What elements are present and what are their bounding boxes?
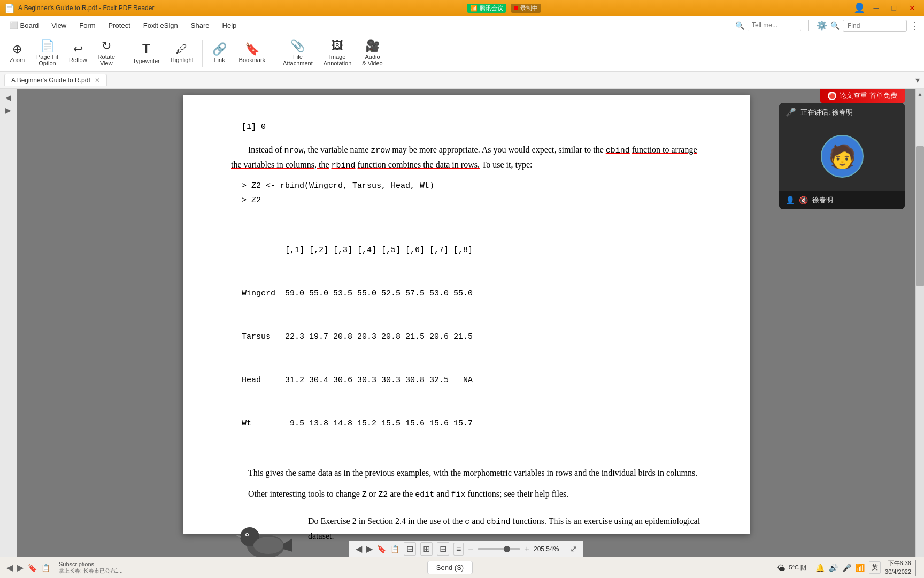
- prev-page-button[interactable]: ◀: [356, 544, 362, 554]
- app-title: A Beginner's Guide to R.pdf - Foxit PDF …: [18, 4, 154, 12]
- toolbar-typewriter[interactable]: T Typewriter: [128, 40, 164, 66]
- tab-dropdown-button[interactable]: ▾: [915, 75, 920, 85]
- menu-view[interactable]: View: [46, 19, 72, 32]
- ad-banner[interactable]: 🔴 论文查重 首单免费: [820, 89, 905, 103]
- view-double-button[interactable]: ⊞: [420, 542, 433, 556]
- file-attachment-icon: 📎: [290, 40, 305, 52]
- close-button[interactable]: ✕: [905, 3, 920, 13]
- temperature-label: 5°C 阴: [789, 564, 807, 572]
- menu-help[interactable]: Help: [217, 19, 242, 32]
- menu-form[interactable]: Form: [74, 19, 101, 32]
- menu-protect[interactable]: Protect: [103, 19, 136, 32]
- settings-icon[interactable]: ⚙️: [817, 20, 827, 31]
- mic-taskbar-icon[interactable]: 🎤: [842, 564, 851, 572]
- zoom-value: 205.54%: [534, 545, 566, 553]
- toolbar-zoom[interactable]: ⊕ Zoom: [4, 41, 30, 65]
- scroll-thumb[interactable]: [916, 146, 924, 287]
- more-options-icon[interactable]: ⋮: [910, 20, 920, 32]
- tell-me-input[interactable]: [748, 20, 801, 31]
- nav-prev-icon[interactable]: ◀: [5, 93, 11, 102]
- scroll-track[interactable]: [916, 99, 924, 568]
- video-body: 🧑: [779, 121, 905, 191]
- code-c: c: [465, 518, 469, 527]
- image-annotation-icon: 🖼: [332, 40, 343, 52]
- expand-button[interactable]: ⤢: [570, 544, 577, 554]
- sep: [808, 20, 809, 31]
- taskbar-prev-icon[interactable]: ◀: [6, 562, 13, 573]
- typewriter-label: Typewriter: [133, 58, 160, 64]
- document-tab[interactable]: A Beginner's Guide to R.pdf ✕: [4, 74, 107, 86]
- toolbar-rotate[interactable]: ↻ RotateView: [94, 38, 119, 69]
- tab-close-button[interactable]: ✕: [95, 77, 100, 84]
- zoom-controls: ⊟ ⊞ ⊟ ≡ − + 205.54% ⤢: [404, 542, 577, 556]
- next-page-button[interactable]: ▶: [366, 544, 373, 554]
- taskbar-bookmark-icon[interactable]: 🔖: [28, 564, 37, 572]
- bookmark-nav-button[interactable]: 🔖: [377, 545, 386, 553]
- menu-share[interactable]: Share: [186, 19, 215, 32]
- notification-bell[interactable]: 🔔: [815, 564, 825, 572]
- svg-marker-6: [283, 538, 292, 552]
- pages-panel-button[interactable]: 📋: [390, 545, 399, 553]
- taskbar-next-icon[interactable]: ▶: [17, 562, 24, 573]
- svg-point-5: [253, 537, 283, 554]
- network-icon[interactable]: 📶: [856, 564, 865, 572]
- show-desktop-button[interactable]: [915, 560, 918, 576]
- nav-next-icon[interactable]: ▶: [5, 106, 11, 115]
- pdf-area: 🔴 论文查重 首单免费 🎤 正在讲话: 徐春明 🧑 👤 🔇 徐春明: [17, 89, 915, 578]
- app-icon: 📄: [4, 3, 15, 13]
- toolbar-link[interactable]: 🔗 Link: [207, 41, 233, 65]
- view-grid-button[interactable]: ⊟: [437, 542, 449, 556]
- volume-icon[interactable]: 🔊: [829, 564, 838, 572]
- data-table: [,1] [,2] [,3] [,4] [,5] [,6] [,7] [,8] …: [242, 214, 702, 460]
- para2: This gives the same data as in the previ…: [231, 466, 702, 480]
- tencent-badge: 📶 腾讯会议: [467, 4, 506, 13]
- zoom-out-button[interactable]: −: [468, 544, 473, 554]
- para3: Other interesting tools to change Z or Z…: [231, 487, 702, 502]
- user-icon[interactable]: 👤: [853, 2, 865, 14]
- toolbar-bookmark[interactable]: 🔖 Bookmark: [235, 41, 270, 65]
- view-scroll-button[interactable]: ≡: [453, 543, 464, 556]
- signal-icon: 📶: [470, 5, 478, 12]
- avatar: 🧑: [821, 135, 864, 178]
- menu-board[interactable]: ⬜ Board: [4, 19, 44, 32]
- highlight-icon: 🖊: [176, 43, 188, 55]
- toolbar-highlight[interactable]: 🖊 Highlight: [166, 41, 198, 65]
- rotate-label: RotateView: [98, 54, 115, 66]
- zoom-slider[interactable]: [478, 548, 520, 550]
- pdf-page: [1] 0 Instead of nrow, the variable name…: [183, 95, 750, 534]
- toolbar-reflow[interactable]: ↩ Reflow: [65, 41, 91, 65]
- participant-name: 徐春明: [812, 195, 833, 205]
- maximize-button[interactable]: □: [888, 3, 900, 13]
- speaking-label: 正在讲话: 徐春明: [800, 108, 853, 117]
- zoom-icon: ⊕: [12, 43, 22, 55]
- toolbar-image-annotation[interactable]: 🖼 ImageAnnotation: [319, 38, 356, 69]
- find-search-icon: 🔍: [830, 21, 840, 30]
- minimize-button[interactable]: ─: [869, 3, 883, 13]
- record-label: 录制中: [520, 4, 538, 12]
- date-label: 30/4/2022: [885, 568, 911, 576]
- ad-text: 论文查重 首单免费: [840, 91, 897, 101]
- code-line0: [1] 0: [242, 121, 702, 134]
- menu-foxiteSign[interactable]: Foxit eSign: [138, 19, 183, 32]
- toolbar-audio-video[interactable]: 🎥 Audio& Video: [358, 38, 387, 69]
- underline-combines: function combines the data in rows.: [358, 160, 480, 169]
- titlebar-right[interactable]: 👤 ─ □ ✕: [853, 2, 920, 14]
- rotate-icon: ↻: [102, 40, 111, 52]
- reflow-label: Reflow: [69, 57, 87, 63]
- send-button[interactable]: Send (S): [427, 561, 473, 574]
- ad-icon: 🔴: [828, 92, 836, 100]
- zoom-in-button[interactable]: +: [525, 544, 529, 554]
- lang-indicator[interactable]: 英: [869, 561, 881, 574]
- main-area: ◀ ▶ ⊞ 📋 🔴 论文查重 首单免费 🎤 正在讲话: 徐春明 🧑 👤 🔇: [0, 89, 924, 578]
- view-single-button[interactable]: ⊟: [404, 542, 416, 556]
- right-scrollbar[interactable]: ▲ ▼: [915, 89, 924, 578]
- toolbar-page-fit[interactable]: 📄 Page FitOption: [32, 38, 63, 69]
- toolbar-file-attachment[interactable]: 📎 FileAttachment: [279, 38, 317, 69]
- link-label: Link: [214, 57, 225, 63]
- taskbar-pages-icon[interactable]: 📋: [41, 564, 50, 572]
- muted-icon: 🔇: [799, 196, 808, 204]
- pdf-statusbar: ◀ ▶ 🔖 📋 ⊟ ⊞ ⊟ ≡ − + 205.54% ⤢: [349, 541, 583, 557]
- taskbar-right: 🌥 5°C 阴 🔔 🔊 🎤 📶 英 下午6:36 30/4/2022: [777, 559, 918, 576]
- find-input[interactable]: [843, 20, 907, 32]
- scroll-up-arrow[interactable]: ▲: [915, 89, 924, 99]
